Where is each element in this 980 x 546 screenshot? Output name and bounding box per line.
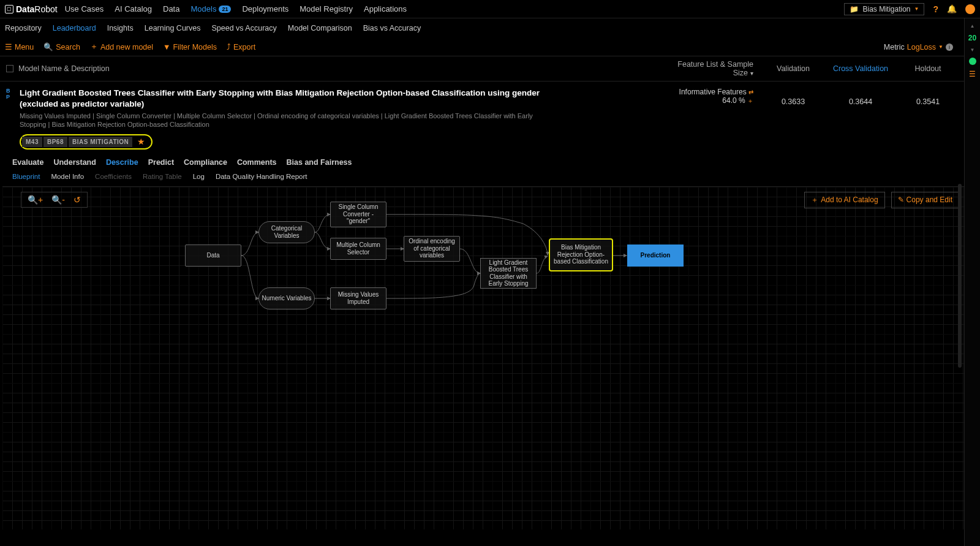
leaderboard-header: Model Name & Description Feature List & … — [0, 56, 980, 82]
subnav-repository[interactable]: Repository — [5, 24, 42, 32]
menu-button[interactable]: ☰Menu — [5, 42, 34, 51]
tab-comments[interactable]: Comments — [237, 158, 277, 167]
copy-edit-button[interactable]: ✎Copy and Edit — [891, 192, 959, 208]
node-categorical-variables[interactable]: Categorical Variables — [258, 221, 315, 243]
node-ordinal-encoding[interactable]: Ordinal encoding of categorical variable… — [404, 236, 460, 262]
node-prediction[interactable]: Prediction — [627, 245, 684, 267]
shuffle-icon: ⇄ — [748, 89, 753, 96]
add-to-catalog-button[interactable]: ＋Add to AI Catalog — [804, 192, 884, 208]
subnav-learning-curves[interactable]: Learning Curves — [145, 24, 201, 32]
subtab-blueprint[interactable]: Blueprint — [12, 173, 40, 180]
logo-text: DataRobot — [16, 4, 58, 14]
holdout-value: 0.3541 — [894, 88, 962, 106]
tab-predict[interactable]: Predict — [148, 158, 174, 167]
tab-bias-fairness[interactable]: Bias and Fairness — [287, 158, 352, 167]
export-button[interactable]: ⤴Export — [227, 43, 255, 51]
subtab-model-info[interactable]: Model Info — [51, 173, 84, 180]
model-tabs: Evaluate Understand Describe Predict Com… — [0, 150, 980, 170]
metric-label: Metric — [884, 43, 905, 51]
search-icon: 🔍 — [43, 42, 53, 51]
add-model-button[interactable]: ＋Add new model — [90, 42, 153, 52]
model-row[interactable]: BP Light Gradient Boosted Trees Classifi… — [0, 82, 980, 150]
subtab-log[interactable]: Log — [193, 173, 205, 180]
col-validation[interactable]: Validation — [760, 64, 827, 73]
metric-selector[interactable]: Metric LogLoss ▼ i — [884, 43, 953, 51]
select-all-checkbox[interactable] — [6, 65, 13, 72]
subnav-model-comparison[interactable]: Model Comparison — [288, 24, 352, 32]
rail-up-icon[interactable]: ▲ — [970, 23, 975, 29]
model-title: Light Gradient Boosted Trees Classifier … — [20, 88, 552, 109]
subnav-leaderboard[interactable]: Leaderboard — [53, 24, 96, 32]
tag-m[interactable]: M43 — [22, 137, 42, 147]
status-ok-icon[interactable] — [969, 58, 976, 65]
subnav-bias-accuracy[interactable]: Bias vs Accuracy — [363, 24, 421, 32]
logo-icon: ▢ — [5, 5, 13, 13]
nav-ai-catalog[interactable]: AI Catalog — [115, 4, 152, 13]
nav-deployments[interactable]: Deployments — [242, 4, 288, 13]
nav-models[interactable]: Models21 — [190, 4, 231, 13]
subtab-rating-table: Rating Table — [143, 173, 182, 180]
tag-bias[interactable]: BIAS MITIGATION — [69, 137, 132, 147]
col-holdout[interactable]: Holdout — [894, 64, 962, 73]
reset-icon[interactable]: ↺ — [74, 195, 81, 205]
tab-evaluate[interactable]: Evaluate — [12, 158, 43, 167]
blueprint-icon: BP — [6, 88, 10, 100]
user-avatar[interactable] — [965, 4, 975, 14]
node-missing-values-imputed[interactable]: Missing Values Imputed — [330, 287, 386, 309]
describe-subtabs: Blueprint Model Info Coefficients Rating… — [0, 170, 980, 186]
model-description: Missing Values Imputed | Single Column C… — [20, 112, 559, 129]
filter-icon: ▼ — [163, 43, 170, 51]
subtab-coefficients: Coefficients — [95, 173, 132, 180]
node-bias-mitigation[interactable]: Bias Mitigation Rejection Option-based C… — [549, 238, 613, 271]
node-lgbt-classifier[interactable]: Light Gradient Boosted Trees Classifier … — [480, 258, 537, 289]
export-icon: ⤴ — [227, 43, 231, 51]
info-icon[interactable]: i — [946, 44, 953, 51]
star-icon[interactable]: ★ — [137, 137, 145, 146]
top-nav: ▢ DataRobot Use Cases AI Catalog Data Mo… — [0, 0, 980, 18]
tag-bp[interactable]: BP68 — [43, 137, 67, 147]
help-icon[interactable]: ? — [933, 4, 938, 14]
nav-items: Use Cases AI Catalog Data Models21 Deplo… — [65, 4, 407, 13]
filter-icon: ▾ — [750, 70, 753, 77]
toolbar: ☰Menu 🔍Search ＋Add new model ▼Filter Mod… — [0, 38, 980, 56]
nav-data[interactable]: Data — [163, 4, 179, 13]
scrollbar-thumb[interactable] — [958, 184, 962, 368]
col-feature-list[interactable]: Feature List & Sample Size▾ — [655, 60, 760, 77]
folder-icon: 📁 — [850, 5, 859, 13]
col-name[interactable]: Model Name & Description — [18, 64, 110, 73]
bell-icon[interactable]: 🔔 — [947, 4, 957, 13]
node-numeric-variables[interactable]: Numeric Variables — [258, 287, 315, 309]
menu-icon: ☰ — [5, 42, 12, 51]
node-multiple-column-selector[interactable]: Multiple Column Selector — [330, 238, 386, 260]
logo[interactable]: ▢ DataRobot — [5, 4, 58, 14]
node-data[interactable]: Data — [185, 245, 241, 267]
subnav-insights[interactable]: Insights — [107, 24, 134, 32]
filter-models-button[interactable]: ▼Filter Models — [163, 43, 217, 51]
queue-icon[interactable]: ☰ — [969, 70, 976, 78]
zoom-out-icon[interactable]: 🔍- — [51, 195, 65, 205]
nav-model-registry[interactable]: Model Registry — [300, 4, 353, 13]
chevron-down-icon: ▼ — [914, 6, 919, 12]
feature-list-cell[interactable]: Informative Features ⇄ 64.0 % ＋ — [655, 88, 760, 105]
search-button[interactable]: 🔍Search — [43, 42, 80, 51]
tab-compliance[interactable]: Compliance — [184, 158, 227, 167]
rail-down-icon[interactable]: ▼ — [970, 47, 975, 53]
nav-applications[interactable]: Applications — [364, 4, 407, 13]
chevron-down-icon: ▼ — [938, 44, 943, 50]
project-name: Bias Mitigation — [862, 5, 910, 13]
tab-understand[interactable]: Understand — [53, 158, 96, 167]
subtab-dq-report[interactable]: Data Quality Handling Report — [216, 173, 307, 180]
node-single-column-converter[interactable]: Single Column Converter - "gender" — [330, 202, 386, 227]
col-cross-validation[interactable]: Cross Validation — [827, 64, 894, 73]
plus-icon[interactable]: ＋ — [747, 97, 753, 104]
tab-describe[interactable]: Describe — [106, 158, 138, 167]
nav-use-cases[interactable]: Use Cases — [65, 4, 104, 13]
subnav-speed-accuracy[interactable]: Speed vs Accuracy — [211, 24, 276, 32]
cross-validation-value: 0.3644 — [827, 88, 894, 106]
zoom-in-icon[interactable]: 🔍+ — [28, 195, 43, 205]
blueprint-canvas[interactable]: 🔍+ 🔍- ↺ ＋Add to AI Catalog ✎Copy and Edi… — [2, 186, 978, 529]
validation-value: 0.3633 — [760, 88, 827, 106]
model-tags: M43 BP68 BIAS MITIGATION ★ — [20, 134, 153, 150]
pencil-icon: ✎ — [898, 195, 904, 204]
project-selector[interactable]: 📁 Bias Mitigation ▼ — [844, 3, 924, 15]
